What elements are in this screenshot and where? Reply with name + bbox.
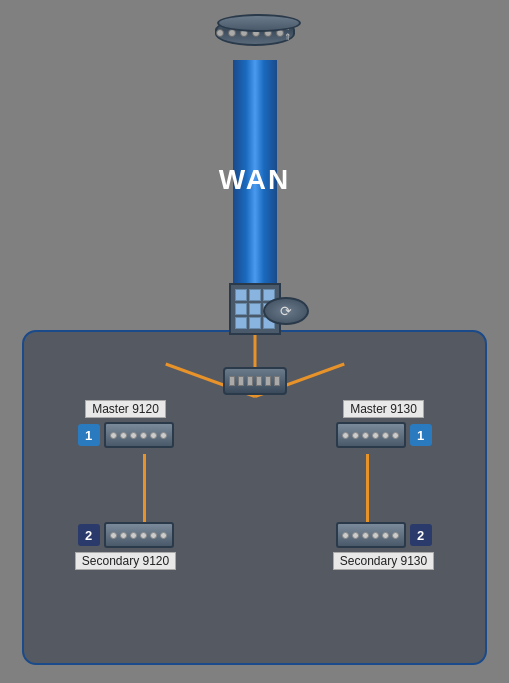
building-icon [229,283,281,335]
middle-device [229,283,281,335]
dot-1 [216,29,224,37]
sec-right-dot-1 [342,532,349,539]
switch-port-3 [247,376,253,386]
secondary-right-switch-icon [336,522,406,548]
secondary-right-dots [342,532,399,539]
master-right-dot-1 [342,432,349,439]
secondaries-row: 2 Secondary 9120 [0,522,509,570]
master-left-dot-3 [130,432,137,439]
secondary-right-group: 2 Secondary 9130 [296,522,471,570]
master-right-dot-6 [392,432,399,439]
wan-label: WAN [219,164,290,196]
main-canvas: WAN [0,0,509,683]
secondary-left-label: Secondary 9120 [75,552,176,570]
switch-port-5 [265,376,271,386]
switch-ports [229,376,280,386]
central-switch-box [223,367,287,395]
master-right-dot-2 [352,432,359,439]
master-left-group: Master 9120 1 [38,400,213,448]
cell-5 [249,303,261,315]
line-right-to-secondary [366,454,369,529]
cell-8 [249,317,261,329]
master-right-dot-5 [382,432,389,439]
line-left-to-secondary [143,454,146,529]
sec-right-dot-5 [382,532,389,539]
switch-port-4 [256,376,262,386]
badge-secondary-left: 2 [78,524,100,546]
sec-left-dot-2 [120,532,127,539]
wan-device [215,18,295,46]
master-right-device-row: 1 [336,422,432,448]
master-left-dot-6 [160,432,167,439]
wan-bar: WAN [233,60,277,300]
master-right-switch-icon [336,422,406,448]
master-right-dots [342,432,399,439]
master-left-dot-1 [110,432,117,439]
sec-right-dot-6 [392,532,399,539]
sec-left-dot-5 [150,532,157,539]
master-left-switch-icon [104,422,174,448]
master-right-dot-3 [362,432,369,439]
sec-right-dot-4 [372,532,379,539]
secondary-right-device-row: 2 [336,522,432,548]
wan-cylinder-icon [215,18,295,46]
master-left-label: Master 9120 [85,400,166,418]
master-right-label: Master 9130 [343,400,424,418]
badge-master-right: 1 [410,424,432,446]
masters-row: Master 9120 1 Master 9130 [0,400,509,448]
secondary-left-switch-icon [104,522,174,548]
cell-4 [235,303,247,315]
sec-left-dot-4 [140,532,147,539]
sec-right-dot-3 [362,532,369,539]
dot-5 [264,29,272,37]
secondary-right-label: Secondary 9130 [333,552,434,570]
central-switch [223,367,287,395]
secondary-left-device-row: 2 [78,522,174,548]
dot-4 [252,29,260,37]
switch-port-6 [274,376,280,386]
switch-port-2 [238,376,244,386]
master-right-dot-4 [372,432,379,439]
cylinder-dots [216,29,284,37]
master-left-dot-5 [150,432,157,439]
cell-7 [235,317,247,329]
badge-secondary-right: 2 [410,524,432,546]
switch-port-1 [229,376,235,386]
secondary-left-dots [110,532,167,539]
cell-1 [235,289,247,301]
dot-3 [240,29,248,37]
badge-master-left: 1 [78,424,100,446]
master-left-dots [110,432,167,439]
sec-left-dot-1 [110,532,117,539]
dot-6 [276,29,284,37]
master-left-dot-4 [140,432,147,439]
sec-right-dot-2 [352,532,359,539]
master-left-device-row: 1 [78,422,174,448]
sec-left-dot-3 [130,532,137,539]
router-circle-icon [263,297,309,325]
master-left-dot-2 [120,432,127,439]
sec-left-dot-6 [160,532,167,539]
cell-2 [249,289,261,301]
dot-2 [228,29,236,37]
master-right-group: Master 9130 1 [296,400,471,448]
secondary-left-group: 2 Secondary 9120 [38,522,213,570]
